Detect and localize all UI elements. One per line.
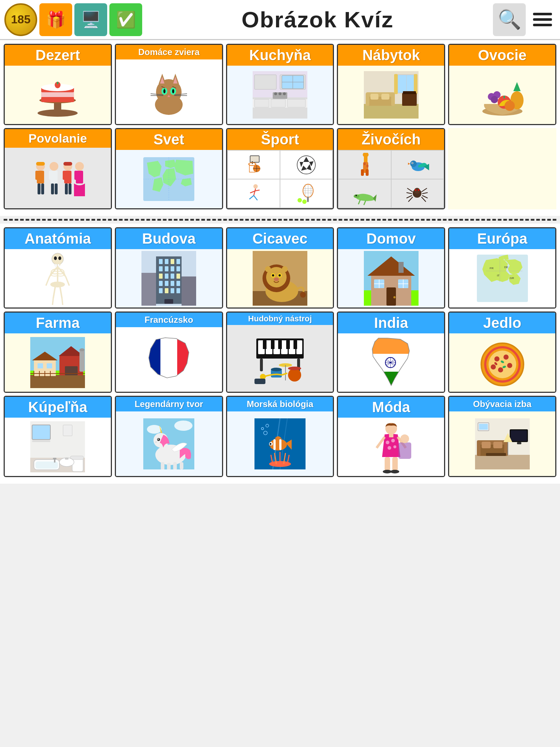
svg-rect-174 [171,266,174,271]
svg-rect-52 [366,94,369,106]
svg-point-19 [172,89,174,93]
lizard-cell [339,179,390,208]
svg-line-144 [421,188,427,192]
svg-line-146 [422,196,428,198]
svet-title: Svet [116,129,222,150]
sport-basketball [228,151,280,179]
svg-point-152 [54,256,57,260]
svg-point-66 [505,101,515,111]
kupeľna-image [5,418,111,476]
svg-rect-253 [278,340,282,349]
svg-rect-78 [51,183,54,194]
svg-point-200 [272,274,274,276]
svg-point-203 [300,292,306,298]
svg-rect-346 [475,455,530,469]
svg-rect-156 [57,266,58,284]
svg-rect-187 [176,288,180,293]
card-obyvacia-izba[interactable]: Obývacia izba [448,396,556,477]
svg-point-338 [388,446,391,450]
svg-marker-60 [513,82,521,91]
svg-rect-65 [503,96,505,98]
svg-rect-216 [398,262,404,273]
svg-rect-356 [511,430,527,441]
svg-point-311 [158,438,159,440]
section-divider [4,219,556,221]
card-svet[interactable]: Svet [115,128,223,209]
budova-title: Budova [116,228,222,249]
svg-rect-125 [361,169,364,176]
card-francuzsko[interactable]: Francúzsko [115,311,223,393]
svg-rect-89 [74,171,77,180]
svg-rect-266 [366,336,417,354]
svg-rect-70 [40,171,43,180]
legendarny-tvor-title: Legendárny tvor [116,397,222,411]
card-ovocie[interactable]: Ovocie [448,44,556,125]
gift-icon: 🎁 [39,3,72,36]
card-sport[interactable]: Šport [226,128,334,209]
svg-rect-238 [47,363,52,368]
svg-point-240 [79,348,85,351]
blue-row-2: Farma [4,311,556,393]
svg-rect-251 [263,340,267,349]
svg-point-37 [274,92,277,95]
card-zivocich[interactable]: Živočích [337,128,445,209]
card-domov[interactable]: Domov [337,227,445,309]
card-kuchyna[interactable]: Kuchyňa [226,44,334,125]
svg-point-137 [355,195,357,196]
empty-slot [448,128,556,209]
svg-rect-173 [165,266,168,271]
svg-line-165 [62,298,63,305]
card-anatomia[interactable]: Anatómia [4,227,112,309]
sport-runner [228,179,280,208]
farma-image [5,333,111,392]
svg-rect-265 [254,379,265,384]
header-right: 🔍 [493,3,556,36]
card-domace-zviera[interactable]: Domáce zviera [115,44,223,125]
svg-rect-184 [159,288,163,293]
card-moda[interactable]: Móda [337,396,445,477]
svg-rect-73 [36,162,45,166]
spider-cell [392,179,443,208]
card-jedlo[interactable]: Jedlo [448,311,556,393]
svg-point-336 [386,441,389,444]
svg-rect-48 [394,74,398,94]
svg-line-111 [256,190,260,191]
svg-point-123 [363,153,369,157]
svg-rect-326 [279,439,281,450]
domov-image [338,249,444,307]
card-dezert[interactable]: Dezert [4,44,112,125]
svg-line-145 [422,193,428,194]
svg-rect-179 [176,274,180,279]
card-india[interactable]: India [337,311,445,393]
svg-point-63 [491,96,498,103]
india-image [338,333,444,392]
svg-point-127 [363,162,366,165]
card-budova[interactable]: Budova [115,227,223,309]
svg-text:FR: FR [490,267,494,270]
card-morska-biologia[interactable]: Morská biológia [226,396,334,477]
card-povolanie[interactable]: Povolanie [4,128,112,209]
francuzsko-title: Francúzsko [116,313,222,327]
svg-rect-183 [176,281,180,286]
search-icon[interactable]: 🔍 [493,3,526,36]
orange-section: Dezert [0,40,560,216]
svg-rect-182 [171,281,174,286]
card-legendarny-tvor[interactable]: Legendárny tvor [115,396,223,477]
svg-rect-5 [41,92,74,97]
svg-rect-51 [366,92,395,97]
svg-rect-302 [63,425,72,436]
card-kupeľna[interactable]: Kúpeľňa [4,396,112,477]
card-europa[interactable]: Európa FR DE IT GR [448,227,556,309]
morska-biologia-image [227,411,333,476]
svg-line-107 [254,189,256,196]
svg-point-74 [50,162,58,171]
svg-rect-9 [57,82,58,84]
morska-biologia-title: Morská biológia [227,397,333,411]
svg-point-345 [400,434,409,443]
nabytok-image [338,66,444,124]
card-hudobny-nastroj[interactable]: Hudobný nástroj [226,311,334,393]
card-cicavec[interactable]: Cicavec [226,227,334,309]
card-nabytok[interactable]: Nábytok [337,44,445,125]
menu-icon[interactable] [529,9,556,30]
card-farma[interactable]: Farma [4,311,112,393]
